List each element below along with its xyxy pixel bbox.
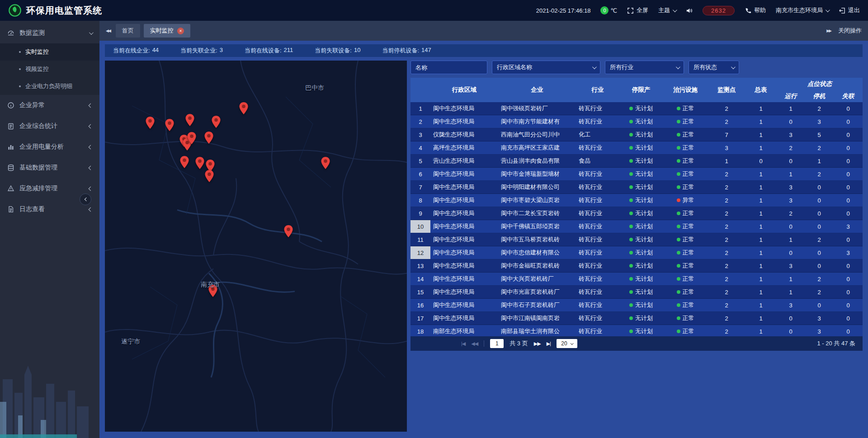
stat-value: 44 <box>152 47 159 55</box>
alarm-count-badge[interactable]: 2632 <box>703 6 735 15</box>
tab-0[interactable]: 首页 <box>116 24 140 38</box>
app-root: 环保用电监管系统 2021-02-25 17:46:18 0 ℃ 全屏 主题 2… <box>0 0 868 438</box>
map-pin-icon[interactable] <box>211 115 221 128</box>
next-page-button[interactable]: ▶▶ <box>534 341 541 347</box>
map-pin-icon[interactable] <box>165 118 175 132</box>
tab-scroll-right-button[interactable]: ▶▶ <box>826 28 831 33</box>
table-row[interactable]: 10阆中生态环境局阆中千佛镇五郎埡页岩砖瓦行业无计划正常21003 <box>410 220 863 233</box>
lost-count-cell: 0 <box>834 233 863 246</box>
map-pin-icon[interactable] <box>195 156 205 170</box>
theme-dropdown[interactable]: 主题 <box>658 6 676 14</box>
facility-status-cell: 正常 <box>663 220 708 233</box>
org-dropdown[interactable]: 南充市生态环境局 <box>776 6 829 14</box>
tab-bar: ◀◀ 首页实时监控× ▶▶ 关闭操作 <box>99 21 868 41</box>
stat-label: 当前失联设备: <box>315 47 352 55</box>
bullet-dot-icon <box>19 68 21 70</box>
stat-value: 3 <box>220 47 223 55</box>
run-count-cell: 0 <box>777 220 805 233</box>
name-filter-input[interactable] <box>410 61 487 74</box>
stat-item: 当前失联设备:10 <box>315 47 360 55</box>
sidebar-group-3[interactable]: 企业用电量分析 <box>0 137 99 157</box>
sidebar-item-0-1[interactable]: 视频监控 <box>0 61 99 78</box>
help-button[interactable]: 帮助 <box>745 6 766 14</box>
map-panel[interactable]: 巴中市南充市遂宁市 <box>105 61 407 432</box>
sidebar-group-0[interactable]: 数据监测 <box>0 23 99 43</box>
column-header: 停机 <box>805 90 834 102</box>
limit-status-cell: 无计划 <box>619 115 663 128</box>
map-pin-icon[interactable] <box>204 170 214 183</box>
table-row[interactable]: 13阆中生态环境局阆中市金福旺页岩机砖砖瓦行业无计划正常21300 <box>410 259 863 273</box>
temperature-unit: ℃ <box>610 7 617 14</box>
map-city-label: 遂宁市 <box>121 338 140 346</box>
status-dot-icon <box>677 225 680 228</box>
points-cell: 2 <box>708 102 745 115</box>
pagination-controls: |◀ ◀◀ 1 共 3 页 ▶▶ ▶| 20 <box>461 339 577 348</box>
status-filter-select[interactable]: 所有状态 <box>689 61 739 74</box>
table-row[interactable]: 1阆中生态环境局阆中强锐页岩砖厂砖瓦行业无计划正常21120 <box>410 102 863 115</box>
points-cell: 2 <box>708 220 745 233</box>
table-row[interactable]: 17阆中生态环境局阆中市江南镇阆南页岩砖瓦行业无计划正常21030 <box>410 312 863 325</box>
logout-button[interactable]: 退出 <box>839 6 860 14</box>
map-pin-icon[interactable] <box>187 132 197 145</box>
tab-close-icon[interactable]: × <box>177 28 184 34</box>
map-pin-icon[interactable] <box>204 131 214 144</box>
sidebar-group-2[interactable]: 企业综合统计 <box>0 116 99 137</box>
status-dot-icon <box>629 159 633 163</box>
map-pin-icon[interactable] <box>185 113 195 127</box>
sidebar-collapse-button[interactable] <box>80 193 91 205</box>
table-row[interactable]: 5营山生态环境局营山县润丰肉食品有限食品无计划正常10010 <box>410 155 863 168</box>
bar-chart-icon <box>7 143 14 151</box>
table-header: 行政区域企业行业停限产治污设施监测点总表点位状态运行停机失联 <box>410 78 863 102</box>
table-row[interactable]: 16阆中生态环境局阆中市石子页岩机砖厂砖瓦行业无计划正常21300 <box>410 299 863 312</box>
close-operations-button[interactable]: 关闭操作 <box>838 27 862 35</box>
page-size-select[interactable]: 20 <box>557 339 577 348</box>
tab-scroll-left-button[interactable]: ◀◀ <box>106 28 110 33</box>
industry-cell: 化工 <box>576 128 619 141</box>
fullscreen-button[interactable]: 全屏 <box>627 6 648 14</box>
industry-filter-select[interactable]: 所有行业 <box>605 61 684 74</box>
table-row[interactable]: 15阆中生态环境局阆中市光富页岩机砖厂砖瓦行业无计划正常21120 <box>410 286 863 299</box>
first-page-button[interactable]: |◀ <box>461 341 465 347</box>
right-panel: 行政区域名称 所有行业 所有状态 行政区域企业行业停限 <box>410 61 863 432</box>
region-cell: 阆中生态环境局 <box>430 273 498 285</box>
table-row[interactable]: 3仪陇生态环境局西南油气田分公司川中化工无计划正常71350 <box>410 128 863 141</box>
table-row[interactable]: 4高坪生态环境局南充市高坪区王家店建砖瓦行业无计划正常31220 <box>410 141 863 155</box>
map-pin-icon[interactable] <box>145 116 155 129</box>
speaker-icon <box>686 7 693 14</box>
row-index: 2 <box>410 115 430 128</box>
table-row[interactable]: 12阆中生态环境局阆中市忠信建材有限公砖瓦行业无计划正常21003 <box>410 246 863 259</box>
industry-cell: 砖瓦行业 <box>576 168 619 180</box>
row-index: 11 <box>410 233 430 246</box>
limit-status-cell: 无计划 <box>619 233 663 246</box>
page-number-input[interactable]: 1 <box>490 339 504 348</box>
industry-cell: 砖瓦行业 <box>576 325 619 336</box>
table-row[interactable]: 2阆中生态环境局阆中市南方节能建材有砖瓦行业无计划正常21030 <box>410 115 863 128</box>
table-row[interactable]: 14阆中生态环境局阆中大兴页岩机砖厂砖瓦行业无计划正常21120 <box>410 273 863 286</box>
region-filter-select[interactable]: 行政区域名称 <box>492 61 600 74</box>
alarm-sound-button[interactable] <box>686 7 693 14</box>
last-page-button[interactable]: ▶| <box>547 341 551 347</box>
table-row[interactable]: 8阆中生态环境局阆中市枣碧大梁山页岩砖瓦行业无计划异常21300 <box>410 194 863 207</box>
meters-cell: 1 <box>745 220 777 233</box>
sidebar-group-4[interactable]: 基础数据管理 <box>0 157 99 178</box>
map-pin-icon[interactable] <box>283 225 293 238</box>
sidebar-group-1[interactable]: 企业异常 <box>0 95 99 116</box>
map-pin-icon[interactable] <box>321 156 330 170</box>
tab-1[interactable]: 实时监控× <box>144 24 190 38</box>
enterprise-table: 行政区域企业行业停限产治污设施监测点总表点位状态运行停机失联 1阆中生态环境局阆… <box>410 78 863 336</box>
row-index: 6 <box>410 168 430 180</box>
table-row[interactable]: 6阆中生态环境局阆中市金博瑞新型墙材砖瓦行业无计划正常21120 <box>410 168 863 181</box>
row-index: 8 <box>410 194 430 207</box>
prev-page-button[interactable]: ◀◀ <box>471 341 478 347</box>
table-row[interactable]: 7阆中生态环境局阆中明阳建材有限公司砖瓦行业无计划正常21300 <box>410 181 863 194</box>
sidebar-item-0-0[interactable]: 实时监控 <box>0 43 99 61</box>
table-row[interactable]: 18南部生态环境局南部县瑞华土润有限公砖瓦行业无计划正常21030 <box>410 325 863 336</box>
map-pin-icon[interactable] <box>239 102 249 115</box>
map-pin-icon[interactable] <box>179 155 189 169</box>
run-count-cell: 3 <box>777 181 805 193</box>
meters-cell: 1 <box>745 325 777 336</box>
table-row[interactable]: 11阆中生态环境局阆中市五马桥页岩机砖砖瓦行业无计划正常21120 <box>410 233 863 246</box>
meters-cell: 1 <box>745 141 777 154</box>
table-row[interactable]: 9阆中生态环境局阆中市二龙长宝页岩砖砖瓦行业无计划正常21200 <box>410 207 863 220</box>
sidebar-item-0-2[interactable]: 企业电力负荷明细 <box>0 78 99 95</box>
